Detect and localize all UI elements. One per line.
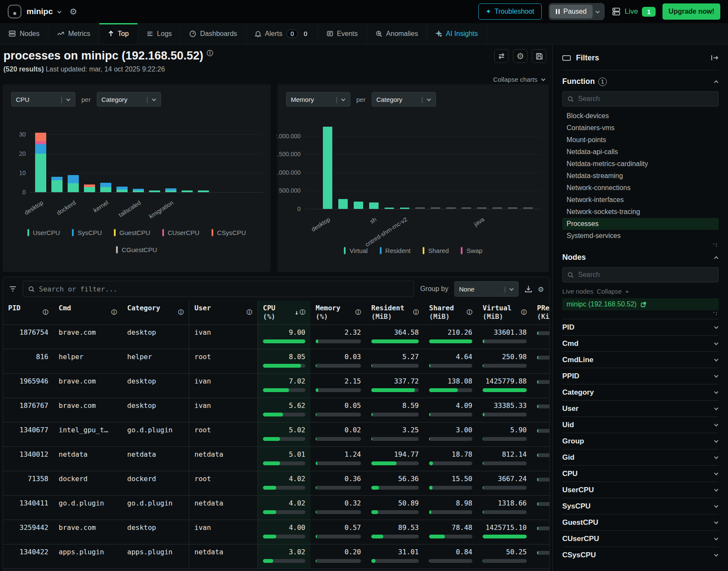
function-collapse-chevron-icon[interactable] [714,80,719,85]
node-item-minipc[interactable]: minipc (192.168.50.52) [562,298,719,310]
chart-bar-dash[interactable] [431,208,440,208]
tab-metrics[interactable]: Metrics [48,23,99,44]
info-icon[interactable]: ⓘ [413,309,419,316]
legend-item[interactable]: UserCPU [27,229,60,236]
dimension-select[interactable]: Category| [372,92,436,107]
tab-logs[interactable]: Logs [138,23,181,44]
info-icon[interactable]: ⓘ [300,309,305,316]
chart-bar-dash[interactable] [415,208,425,208]
node-switcher-chevron-down-icon[interactable] [57,9,62,13]
function-item-processes[interactable]: Processes [562,218,719,230]
filter-section-csyscpu[interactable]: CSysCPU [562,547,719,563]
info-icon[interactable]: ⓘ [43,309,48,316]
function-item-network-sockets-tracing[interactable]: Network-sockets-tracing [562,206,719,218]
chart-bar[interactable] [100,183,111,192]
chart-bar[interactable] [182,190,193,192]
info-icon[interactable]: ⓘ [467,309,472,316]
filter-section-cusercpu[interactable]: CUserCPU [562,530,719,547]
table-row[interactable]: 1340411go.d.plugingo.d.pluginnetdata4.02… [3,496,549,520]
tab-nodes[interactable]: Nodes [0,23,48,44]
column-header-resident[interactable]: Resident(MiB)ⓘ [366,301,424,324]
column-header-category[interactable]: Categoryⓘ [122,301,189,324]
node-settings-gear-icon[interactable]: ⚙ [69,7,77,16]
collapse-charts-toggle[interactable]: Collapse charts [493,76,546,83]
function-item-mount-points[interactable]: Mount-points [562,134,719,146]
function-item-block-devices[interactable]: Block-devices [562,110,719,122]
tab-alerts[interactable]: Alerts00 [246,23,318,44]
filter-section-group[interactable]: Group [562,433,719,449]
info-icon[interactable]: ⓘ [355,309,361,316]
chart-bar[interactable] [133,189,144,192]
filter-section-uid[interactable]: Uid [562,416,719,433]
table-row[interactable]: 1876754brave.comdesktopivan9.002.32364.5… [3,325,549,349]
column-header-user[interactable]: Userⓘ [189,301,257,324]
upgrade-now-button[interactable]: Upgrade now! [662,3,720,20]
filter-section-usercpu[interactable]: UserCPU [562,482,719,498]
filter-funnel-icon[interactable] [9,286,17,292]
table-row[interactable]: 1340422apps.pluginapps.pluginnetdata3.02… [3,544,549,569]
tab-anomalies[interactable]: Anomalies [367,23,427,44]
legend-item[interactable]: Virtual [344,247,367,254]
collapse-sidebar-icon[interactable] [711,55,719,61]
chart-settings-button[interactable]: ⚙ [513,49,528,63]
troubleshoot-button[interactable]: ✦ Troubleshoot [478,3,541,20]
info-icon[interactable]: ⓘ [247,309,252,316]
chart-bar-dash[interactable] [508,208,517,208]
function-item-netdata-metrics-cardinality[interactable]: Netdata-metrics-cardinality [562,158,719,170]
chart-bar[interactable] [116,187,128,192]
table-settings-gear-icon[interactable]: ⚙ [538,285,543,293]
save-view-button[interactable] [532,49,546,63]
filter-section-syscpu[interactable]: SysCPU [562,498,719,514]
dimension-select[interactable]: Category| [97,92,161,107]
table-row[interactable]: 1340677intel_gpu_t…go.d.pluginroot5.020.… [3,422,549,447]
chart-bar[interactable] [165,188,176,192]
metric-select[interactable]: Memory| [286,92,350,107]
legend-item[interactable]: Resident [380,247,411,254]
filter-section-cmdline[interactable]: CmdLine [562,351,719,368]
tab-ai-insights[interactable]: AI Insights [427,23,487,44]
table-search-input[interactable]: Search or filter... [23,281,414,297]
resize-handle[interactable] [562,310,719,315]
filter-section-pid[interactable]: PID [562,319,719,335]
nodes-collapse-chevron-icon[interactable] [714,256,719,261]
column-header-pid[interactable]: PIDⓘ [3,301,54,324]
table-row[interactable]: 1876767brave.comdesktopivan5.620.058.594… [3,398,549,422]
group-by-select[interactable]: None | [454,281,519,297]
chart-bar[interactable] [149,190,160,192]
filter-section-category[interactable]: Category [562,384,719,400]
sort-desc-icon[interactable]: ↓ [295,309,298,317]
metric-select[interactable]: CPU| [11,92,75,107]
legend-item[interactable]: SysCPU [72,229,102,236]
function-search-input[interactable]: Search [562,91,719,107]
table-row[interactable]: 1340012netdatanetdatanetdata5.011.24194.… [3,447,549,471]
legend-item[interactable]: Swap [461,247,483,254]
reset-layout-button[interactable] [494,49,509,63]
legend-item[interactable]: GuestCPU [114,229,150,236]
chart-bar[interactable] [35,133,46,192]
filter-section-guestcpu[interactable]: GuestCPU [562,514,719,530]
info-icon[interactable]: ⓘ [521,309,527,316]
tab-events[interactable]: Events [318,23,367,44]
table-row[interactable]: 1965946brave.comdesktopivan7.022.15337.7… [3,374,549,398]
info-icon[interactable]: ⓘ [178,309,184,316]
table-row[interactable]: 816helperhelperroot8.050.035.274.64250.9… [3,349,549,374]
table-row[interactable]: 71358dockerddockerdroot4.020.3656.3615.5… [3,471,549,496]
nodes-search-input[interactable]: Search [562,267,719,283]
chart-bar[interactable] [68,175,79,192]
chart-bar-dash[interactable] [492,208,502,208]
chart-bar[interactable] [198,190,209,192]
function-item-network-interfaces[interactable]: Network-interfaces [562,194,719,206]
column-header-pre[interactable]: PRe(Ki [532,301,550,324]
tab-top[interactable]: Top [99,23,138,44]
chart-bar[interactable] [323,127,332,209]
chart-bar[interactable] [385,208,394,209]
column-header-virtual[interactable]: Virtual(MiB)ⓘ [477,301,532,324]
function-item-systemd-services[interactable]: Systemd-services [562,230,719,242]
paused-chevron-down-icon[interactable] [595,9,600,13]
chart-bar[interactable] [400,208,409,209]
legend-item[interactable]: Shared [423,247,449,254]
info-icon[interactable]: ⓘ [111,309,117,316]
chart-bar[interactable] [84,184,95,192]
function-item-containers-vms[interactable]: Containers-vms [562,122,719,134]
chart-bar-dash[interactable] [462,208,471,208]
